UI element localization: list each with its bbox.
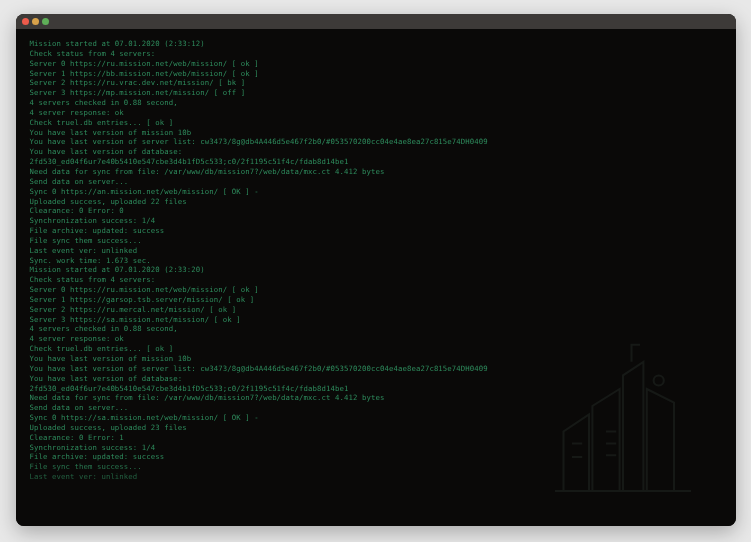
terminal-line: You have last version of database: — [30, 147, 722, 157]
terminal-line: Mission started at 07.01.2020 (2:33:12) — [30, 39, 722, 49]
window-maximize-button[interactable] — [42, 18, 49, 25]
window-minimize-button[interactable] — [32, 18, 39, 25]
terminal-line: Server 3 https://sa.mission.net/mission/… — [30, 315, 722, 325]
window-close-button[interactable] — [22, 18, 29, 25]
terminal-line: File sync them success... — [30, 236, 722, 246]
terminal-line: You have last version of mission 10b — [30, 128, 722, 138]
terminal-line: 4 servers checked in 0.88 second, — [30, 324, 722, 334]
terminal-line: 4 servers checked in 0.88 second, — [30, 98, 722, 108]
terminal-output: Mission started at 07.01.2020 (2:33:12)C… — [30, 39, 722, 482]
terminal-line: File sync them success... — [30, 462, 722, 472]
terminal-line: Clearance: 0 Error: 0 — [30, 206, 722, 216]
terminal-viewport[interactable]: Mission started at 07.01.2020 (2:33:12)C… — [16, 29, 736, 526]
terminal-line: Synchronization success: 1/4 — [30, 443, 722, 453]
terminal-line: Server 0 https://ru.mission.net/web/miss… — [30, 285, 722, 295]
terminal-line: Synchronization success: 1/4 — [30, 216, 722, 226]
terminal-line: Server 1 https://garsop.tsb.server/missi… — [30, 295, 722, 305]
terminal-line: Check truel.db entries... [ ok ] — [30, 344, 722, 354]
terminal-line: Sync. work time: 1.673 sec. — [30, 256, 722, 266]
terminal-line: 2fd530_ed04f6ur7e40b5410e547cbe3d4b1fD5c… — [30, 384, 722, 394]
terminal-line: Server 0 https://ru.mission.net/web/miss… — [30, 59, 722, 69]
terminal-line: Uploaded success, uploaded 22 files — [30, 197, 722, 207]
terminal-line: Check status from 4 servers: — [30, 49, 722, 59]
terminal-line: 4 server response: ok — [30, 334, 722, 344]
terminal-line: Server 2 https://ru.vrac.dev.net/mission… — [30, 78, 722, 88]
terminal-line: Clearance: 0 Error: 1 — [30, 433, 722, 443]
terminal-line: 4 server response: ok — [30, 108, 722, 118]
terminal-line: Sync 0 https://sa.mission.net/web/missio… — [30, 413, 722, 423]
terminal-line: Check truel.db entries... [ ok ] — [30, 118, 722, 128]
terminal-window: Mission started at 07.01.2020 (2:33:12)C… — [16, 14, 736, 526]
terminal-line: Server 2 https://ru.mercal.net/mission/ … — [30, 305, 722, 315]
terminal-line: Send data on server... — [30, 403, 722, 413]
terminal-line: You have last version of server list: cw… — [30, 137, 722, 147]
terminal-line: Server 1 https://bb.mission.net/web/miss… — [30, 69, 722, 79]
terminal-line: Mission started at 07.01.2020 (2:33:20) — [30, 265, 722, 275]
window-titlebar — [16, 14, 736, 29]
terminal-line: You have last version of database: — [30, 374, 722, 384]
terminal-line: 2fd530_ed04f6ur7e40b5410e547cbe3d4b1fD5c… — [30, 157, 722, 167]
terminal-line: You have last version of mission 10b — [30, 354, 722, 364]
terminal-line: Sync 0 https://an.mission.net/web/missio… — [30, 187, 722, 197]
terminal-line: File archive: updated: success — [30, 226, 722, 236]
terminal-line: Need data for sync from file: /var/www/d… — [30, 393, 722, 403]
terminal-line: Uploaded success, uploaded 23 files — [30, 423, 722, 433]
terminal-line: Last event ver: unlinked — [30, 472, 722, 482]
terminal-line: Send data on server... — [30, 177, 722, 187]
terminal-line: Check status from 4 servers: — [30, 275, 722, 285]
terminal-line: Last event ver: unlinked — [30, 246, 722, 256]
terminal-line: File archive: updated: success — [30, 452, 722, 462]
terminal-line: Need data for sync from file: /var/www/d… — [30, 167, 722, 177]
terminal-line: You have last version of server list: cw… — [30, 364, 722, 374]
terminal-line: Server 3 https://mp.mission.net/mission/… — [30, 88, 722, 98]
